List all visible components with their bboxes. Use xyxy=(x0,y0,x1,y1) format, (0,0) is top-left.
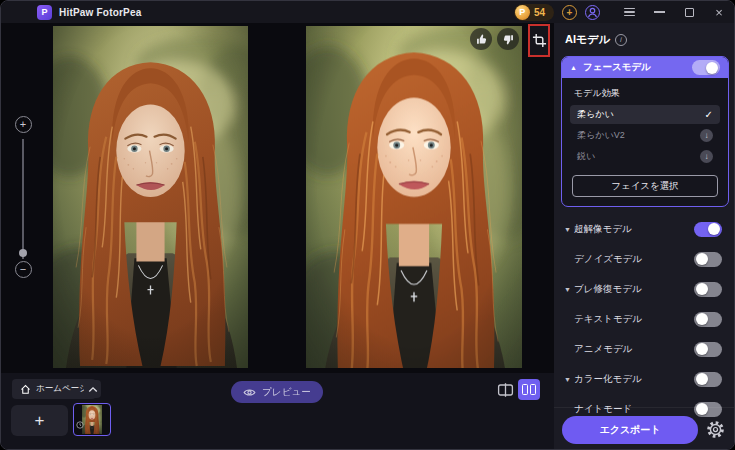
collapse-caret-icon: ▲ xyxy=(570,64,577,71)
model-toggle[interactable] xyxy=(694,342,722,357)
zoom-slider-track[interactable] xyxy=(22,139,24,259)
face-model-panel: ▲ フェースモデル モデル効果 柔らかい ✓ 柔らかいV2 ↓ 鋭い ↓ フェイ… xyxy=(561,56,729,207)
face-model-toggle[interactable] xyxy=(692,60,720,75)
minimize-button[interactable] xyxy=(644,1,674,23)
image-thumbnail[interactable] xyxy=(73,403,111,436)
image-before[interactable] xyxy=(53,26,248,368)
export-area: エクスポート xyxy=(554,407,734,450)
preview-button[interactable]: プレビュー xyxy=(231,381,323,403)
person-icon xyxy=(586,6,599,19)
app-title: HitPaw FotorPea xyxy=(59,7,141,18)
effects-list: 柔らかい ✓ 柔らかいV2 ↓ 鋭い ↓ xyxy=(562,105,728,166)
eye-icon xyxy=(243,388,256,397)
user-account-button[interactable] xyxy=(585,5,600,20)
pane-right-icon xyxy=(530,384,536,395)
face-model-header[interactable]: ▲ フェースモデル xyxy=(562,57,728,78)
caret-down-icon[interactable]: ▼ xyxy=(564,226,574,233)
zoom-in-button[interactable]: + xyxy=(15,116,32,133)
chevron-up-icon xyxy=(88,386,98,393)
split-view-button[interactable] xyxy=(497,382,514,402)
add-image-button[interactable]: + xyxy=(11,405,68,436)
app-identity: P HitPaw FotorPea xyxy=(37,5,141,20)
info-icon[interactable]: i xyxy=(615,34,627,46)
menu-button[interactable] xyxy=(614,1,644,23)
model-row: ▼ カラー化モデル xyxy=(554,364,734,394)
add-credits-button[interactable]: + xyxy=(562,5,577,20)
effect-option[interactable]: 鋭い ↓ xyxy=(570,147,720,166)
effects-section-label: モデル効果 xyxy=(574,87,728,100)
model-toggle[interactable] xyxy=(694,372,722,387)
model-row: ▼ ブレ修復モデル xyxy=(554,274,734,304)
thumbs-up-button[interactable] xyxy=(470,28,492,50)
thumbs-down-button[interactable] xyxy=(497,28,519,50)
split-view-icon xyxy=(497,382,514,398)
credits-badge[interactable]: P 54 xyxy=(514,4,554,21)
model-toggle[interactable] xyxy=(694,252,722,267)
zoom-slider-handle[interactable] xyxy=(19,249,27,257)
app-window: P HitPaw FotorPea P 54 + × xyxy=(0,0,735,450)
crop-button-highlight xyxy=(528,24,550,57)
preview-button-label: プレビュー xyxy=(262,386,310,399)
panel-title: AIモデル xyxy=(565,32,610,47)
select-face-button[interactable]: フェイスを選択 xyxy=(572,175,718,197)
thumbnail-image xyxy=(82,405,102,434)
image-after[interactable] xyxy=(306,26,522,368)
effect-option[interactable]: 柔らかいV2 ↓ xyxy=(570,126,720,145)
pane-left-icon xyxy=(522,384,528,395)
title-bar: P HitPaw FotorPea P 54 + × xyxy=(1,1,734,23)
image-canvas: + − xyxy=(1,23,556,373)
export-settings-button[interactable] xyxy=(705,419,726,440)
app-logo-icon: P xyxy=(37,5,52,20)
crop-button[interactable] xyxy=(532,33,547,48)
hamburger-icon xyxy=(624,8,635,17)
bottom-bar: ホームページ + プレビュー xyxy=(1,373,556,450)
zoom-slider: + − xyxy=(14,116,32,278)
close-button[interactable]: × xyxy=(704,1,734,23)
model-toggle-list: ▼ 超解像モデル ▼ デノイズモデル ▼ ブレ修復モデル ▼ テキストモデル ▼… xyxy=(554,214,734,424)
ai-model-panel: AIモデル i ▲ フェースモデル モデル効果 柔らかい ✓ 柔らかいV2 ↓ … xyxy=(554,23,734,450)
caret-down-icon[interactable]: ▼ xyxy=(564,376,574,383)
export-button[interactable]: エクスポート xyxy=(562,416,698,444)
side-by-side-view-button[interactable] xyxy=(518,379,540,400)
gear-icon xyxy=(705,419,726,440)
model-row: ▼ テキストモデル xyxy=(554,304,734,334)
effect-option[interactable]: 柔らかい ✓ xyxy=(570,105,720,124)
collapse-tray-button[interactable] xyxy=(84,380,101,398)
thumbs-up-icon xyxy=(475,33,488,46)
maximize-icon xyxy=(685,8,694,17)
zoom-out-button[interactable]: − xyxy=(15,261,32,278)
model-row: ▼ デノイズモデル xyxy=(554,244,734,274)
home-button-label: ホームページ xyxy=(36,383,88,395)
model-toggle[interactable] xyxy=(694,222,722,237)
coin-icon: P xyxy=(515,5,530,20)
home-icon xyxy=(20,384,31,395)
crop-icon xyxy=(532,33,547,48)
download-icon[interactable]: ↓ xyxy=(700,129,713,142)
face-model-label: フェースモデル xyxy=(583,61,651,74)
minimize-icon xyxy=(654,11,665,12)
thumbs-down-icon xyxy=(502,33,515,46)
processing-status-icon xyxy=(76,415,84,433)
model-toggle[interactable] xyxy=(694,312,722,327)
download-icon[interactable]: ↓ xyxy=(700,150,713,163)
maximize-button[interactable] xyxy=(674,1,704,23)
caret-down-icon[interactable]: ▼ xyxy=(564,286,574,293)
credits-count: 54 xyxy=(534,7,545,18)
check-icon: ✓ xyxy=(705,109,713,120)
model-row: ▼ 超解像モデル xyxy=(554,214,734,244)
model-toggle[interactable] xyxy=(694,282,722,297)
model-row: ▼ アニメモデル xyxy=(554,334,734,364)
